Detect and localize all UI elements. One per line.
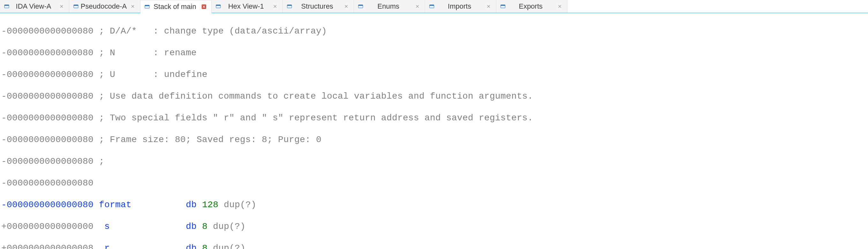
- tab-exports[interactable]: Exports: [496, 0, 567, 13]
- close-icon[interactable]: [414, 3, 420, 9]
- close-icon[interactable]: [272, 3, 278, 9]
- comment-text: ; Two special fields " r" and " s" repre…: [93, 113, 533, 123]
- view-icon: [429, 3, 435, 9]
- stack-offset: -0000000000000080: [1, 135, 93, 145]
- tab-label: Exports: [508, 2, 554, 10]
- view-icon: [286, 3, 292, 9]
- number: 8: [202, 222, 208, 231]
- stack-offset: -0000000000000080: [1, 48, 93, 58]
- svg-rect-30: [501, 5, 505, 6]
- tab-label: IDA View-A: [11, 2, 56, 10]
- listing-line[interactable]: +0000000000000000 s db 8 dup(?): [1, 221, 868, 232]
- number: 128: [202, 200, 218, 210]
- listing-line[interactable]: -0000000000000080 ; U : undefine: [1, 69, 868, 80]
- var-name[interactable]: r: [99, 243, 110, 249]
- stack-offset: +0000000000000000: [1, 222, 93, 231]
- tab-structures[interactable]: Structures: [283, 0, 354, 13]
- stack-offset: -0000000000000080: [1, 26, 93, 36]
- directive: db: [186, 200, 202, 210]
- padding: [110, 222, 186, 231]
- view-icon: [215, 3, 221, 9]
- comment-text: ; U : undefine: [93, 70, 208, 80]
- view-icon: [144, 4, 150, 9]
- dup-suffix: dup(?): [218, 200, 256, 210]
- comment-text: ; Use data definition commands to create…: [93, 91, 533, 101]
- listing-line[interactable]: -0000000000000080 ; Frame size: 80; Save…: [1, 134, 868, 145]
- padding: [131, 200, 186, 210]
- tab-enums[interactable]: Enums: [354, 0, 425, 13]
- listing-line[interactable]: -0000000000000080 ; Two special fields "…: [1, 113, 868, 124]
- svg-rect-22: [359, 5, 363, 6]
- comment-text: ; D/A/* : change type (data/ascii/array): [93, 26, 327, 36]
- tab-hex-view-1[interactable]: Hex View-1: [212, 0, 283, 13]
- view-icon: [4, 3, 9, 9]
- svg-rect-18: [287, 5, 292, 6]
- number: 8: [202, 243, 208, 249]
- dup-suffix: dup(?): [208, 243, 245, 249]
- tab-pseudocode-a[interactable]: Pseudocode-A: [69, 0, 141, 13]
- svg-rect-5: [74, 5, 78, 6]
- tab-label: Stack of main: [152, 3, 198, 11]
- tab-label: Imports: [437, 2, 483, 10]
- listing-line[interactable]: -0000000000000080 ; N : rename: [1, 48, 868, 58]
- view-icon: [73, 3, 79, 9]
- listing-line[interactable]: -0000000000000080 ; D/A/* : change type …: [1, 26, 868, 37]
- stack-offset: -0000000000000080: [1, 200, 93, 210]
- close-icon[interactable]: [59, 3, 64, 9]
- stack-listing[interactable]: -0000000000000080 ; D/A/* : change type …: [0, 13, 868, 249]
- stack-offset: -0000000000000080: [1, 178, 93, 188]
- svg-rect-14: [216, 5, 220, 6]
- dup-suffix: dup(?): [208, 222, 245, 231]
- close-icon[interactable]: [343, 3, 349, 9]
- tab-label: Structures: [294, 2, 340, 10]
- close-icon[interactable]: [486, 3, 491, 9]
- var-name[interactable]: format: [99, 200, 131, 210]
- view-icon: [358, 3, 364, 9]
- svg-rect-9: [145, 5, 149, 6]
- tab-bar: IDA View-A Pseudocode-A Stack of main He…: [0, 0, 868, 13]
- stack-offset: +0000000000000008: [1, 243, 93, 249]
- directive: db: [186, 243, 202, 249]
- close-icon[interactable]: [557, 3, 563, 9]
- comment-text: ; N : rename: [93, 48, 196, 58]
- tab-label: Pseudocode-A: [81, 2, 127, 10]
- tab-stack-of-main[interactable]: Stack of main: [141, 0, 212, 13]
- listing-line[interactable]: -0000000000000080: [1, 178, 868, 189]
- var-name[interactable]: s: [99, 222, 110, 231]
- tab-label: Enums: [365, 2, 411, 10]
- listing-line[interactable]: -0000000000000080 format db 128 dup(?): [1, 199, 868, 210]
- listing-line[interactable]: -0000000000000080 ; Use data definition …: [1, 91, 868, 102]
- listing-line[interactable]: +0000000000000008 r db 8 dup(?): [1, 243, 868, 249]
- tab-ida-view-a[interactable]: IDA View-A: [0, 0, 69, 13]
- view-icon: [500, 3, 506, 9]
- svg-rect-1: [4, 5, 9, 6]
- stack-offset: -0000000000000080: [1, 156, 93, 166]
- comment-text: ; Frame size: 80; Saved regs: 8; Purge: …: [93, 135, 321, 145]
- comment-text: ;: [93, 156, 104, 166]
- stack-offset: -0000000000000080: [1, 113, 93, 123]
- stack-offset: -0000000000000080: [1, 91, 93, 101]
- tab-label: Hex View-1: [223, 2, 269, 10]
- close-icon[interactable]: [130, 3, 135, 9]
- stack-offset: -0000000000000080: [1, 70, 93, 80]
- close-badge-icon[interactable]: [201, 4, 207, 9]
- padding: [110, 243, 186, 249]
- svg-rect-26: [430, 5, 434, 6]
- tab-imports[interactable]: Imports: [425, 0, 496, 13]
- listing-line[interactable]: -0000000000000080 ;: [1, 156, 868, 167]
- directive: db: [186, 222, 202, 231]
